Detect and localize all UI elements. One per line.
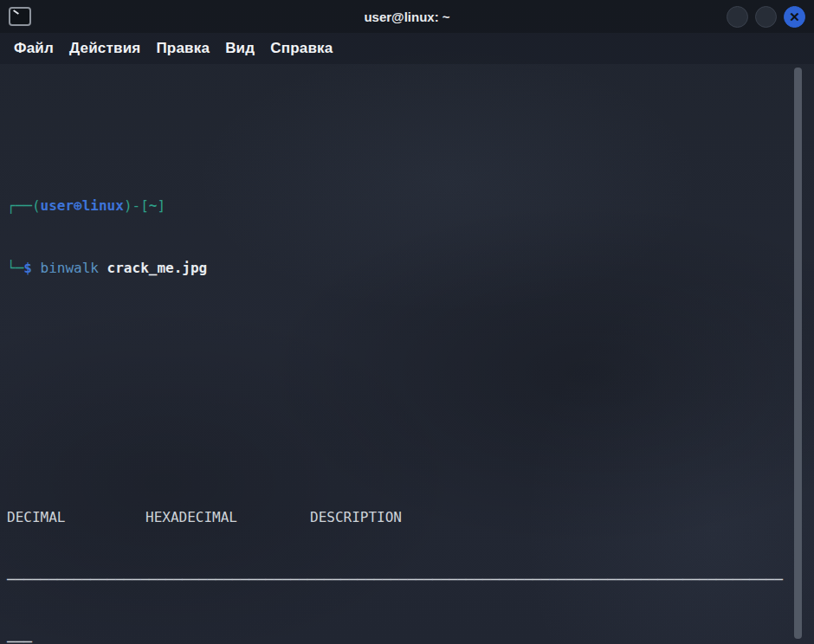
blank-line xyxy=(7,362,790,383)
menubar: Файл Действия Правка Вид Справка xyxy=(0,33,814,64)
window-controls: ✕ xyxy=(727,6,805,28)
prompt-line-top: ┌──(user⊕linux)-[~] xyxy=(7,196,790,216)
column-header-decimal: DECIMAL xyxy=(7,507,145,528)
terminal-app-icon xyxy=(9,7,31,26)
prompt-user: user xyxy=(41,197,74,214)
binwalk-output-1: DECIMALHEXADECIMALDESCRIPTION ──────────… xyxy=(7,466,790,644)
table-header-row: DECIMALHEXADECIMALDESCRIPTION xyxy=(7,507,790,528)
prompt-host: linux xyxy=(82,197,124,214)
menu-help[interactable]: Справка xyxy=(262,36,340,61)
prompt-dollar: $ xyxy=(23,260,40,276)
window-title: user@linux: ~ xyxy=(0,10,814,24)
menu-actions[interactable]: Действия xyxy=(61,36,148,61)
command-text: binwalk xyxy=(41,260,107,276)
prompt-path: ~ xyxy=(149,197,158,214)
maximize-button[interactable] xyxy=(755,6,777,28)
prompt-frame: )-[ xyxy=(124,197,149,214)
prompt-block-1: ┌──(user⊕linux)-[~] └─$ binwalk crack_me… xyxy=(7,154,790,320)
close-icon: ✕ xyxy=(789,10,800,23)
command-argument: crack_me.jpg xyxy=(107,260,208,276)
close-button[interactable]: ✕ xyxy=(784,6,805,28)
terminal-viewport[interactable]: ┌──(user⊕linux)-[~] └─$ binwalk crack_me… xyxy=(0,64,814,644)
prompt-frame: └─ xyxy=(7,260,23,276)
prompt-frame: ] xyxy=(157,197,165,214)
column-header-description: DESCRIPTION xyxy=(310,507,790,528)
menu-view[interactable]: Вид xyxy=(217,36,262,61)
command-line: └─$ binwalk crack_me.jpg xyxy=(7,258,790,279)
table-separator-wrap: ─── xyxy=(7,632,790,644)
prompt-frame: ┌──( xyxy=(7,197,41,214)
menu-file[interactable]: Файл xyxy=(6,36,61,61)
titlebar: user@linux: ~ ✕ xyxy=(0,0,814,33)
minimize-button[interactable] xyxy=(727,6,748,28)
kali-at-icon: ⊕ xyxy=(74,197,82,214)
table-separator: ────────────────────────────────────────… xyxy=(7,570,790,590)
scrollbar[interactable] xyxy=(794,68,802,639)
menu-edit[interactable]: Правка xyxy=(148,36,217,61)
column-header-hexadecimal: HEXADECIMAL xyxy=(145,507,310,528)
